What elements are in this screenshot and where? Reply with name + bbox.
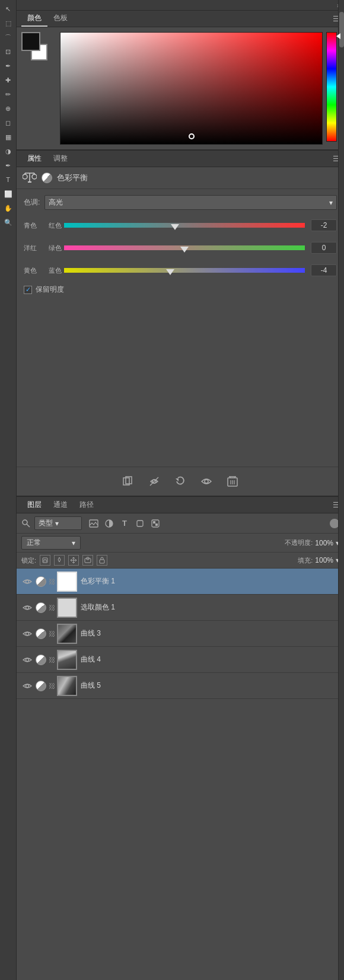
svg-point-37 [26,632,29,635]
layer-chain-4: ⛓ [47,682,56,690]
eye-button[interactable] [198,473,215,490]
toggle-visibility-button[interactable] [146,473,163,490]
layer-chain-0: ⛓ [47,577,56,586]
reset-icon [174,475,186,487]
yellow-blue-thumb[interactable] [166,269,174,275]
cyan-red-track-container[interactable] [64,217,305,234]
tab-color[interactable]: 颜色 [21,11,47,27]
yellow-blue-value[interactable] [311,264,337,276]
lock-paint-button[interactable] [54,555,65,566]
filter-pixel-icon[interactable] [88,518,100,529]
tone-dropdown-arrow: ▾ [329,199,333,207]
layer-item[interactable]: ⛓ 选取颜色 1 [17,595,344,621]
blend-mode-select[interactable]: 正常 ▾ [21,536,81,550]
layer-eye-1[interactable] [21,602,33,614]
magenta-green-thumb[interactable] [180,247,189,253]
tab-properties[interactable]: 属性 [21,151,47,166]
svg-rect-26 [153,521,155,523]
svg-point-38 [26,658,29,661]
tool-type[interactable]: T [2,173,15,186]
opacity-row: 不透明度: 100% ▾ [285,538,339,547]
tab-swatches[interactable]: 色板 [47,11,74,27]
clip-button[interactable] [120,473,136,490]
tool-brush[interactable]: ✏ [2,88,15,101]
layer-thumb-inner-4 [58,677,76,695]
tool-pen[interactable]: ✒ [2,159,15,172]
filter-icons: T [88,518,161,529]
layer-name-1: 选取颜色 1 [81,602,115,612]
cyan-red-thumb[interactable] [171,224,179,230]
cyan-red-value[interactable] [311,219,337,231]
lock-pixels-button[interactable] [40,555,50,566]
tool-eraser[interactable]: ◻ [2,116,15,129]
tab-channels[interactable]: 通道 [47,497,74,512]
tool-select[interactable]: ⬚ [2,17,15,30]
filter-shape-icon[interactable] [134,518,146,529]
layer-thumb-inner-1 [58,599,76,617]
preserve-luminosity-checkbox[interactable]: ✓ [24,286,32,294]
tool-move[interactable]: ↖ [2,2,15,15]
preserve-luminosity-label: 保留明度 [36,285,64,295]
scroll-thumb[interactable] [339,12,344,47]
layer-thumb-0 [57,572,77,592]
layer-chain-3: ⛓ [47,656,56,664]
filter-type-icon[interactable]: T [119,518,130,529]
tool-crop[interactable]: ⊡ [2,45,15,58]
lock-artboard-button[interactable] [82,555,93,566]
delete-button[interactable] [224,473,241,490]
layer-item[interactable]: ⛓ 曲线 5 [17,673,344,699]
foreground-swatch[interactable] [21,32,40,51]
filter-smart-icon[interactable] [149,518,161,529]
cyan-red-track [64,223,305,228]
half-circle-icon [42,173,52,183]
preserve-luminosity-row: ✓ 保留明度 [24,285,337,295]
tone-select[interactable]: 高光 ▾ [44,195,337,210]
green-label: 绿色 [43,244,62,253]
gradient-inner [60,33,322,144]
tool-heal[interactable]: ✚ [2,74,15,87]
color-gradient-box[interactable] [60,32,323,145]
tool-eyedropper[interactable]: ✒ [2,59,15,72]
color-panel-tabs: 颜色 色板 ☰ [17,11,344,27]
opacity-value[interactable]: 100% [315,539,333,547]
tool-stamp[interactable]: ⊕ [2,102,15,115]
svg-point-20 [23,520,27,525]
layer-name-0: 色彩平衡 1 [81,576,115,586]
lock-all-button[interactable] [97,555,107,566]
tab-adjustments[interactable]: 调整 [47,151,74,166]
gradient-cursor[interactable] [189,133,195,139]
tool-hand[interactable]: ✋ [2,202,15,215]
tab-paths[interactable]: 路径 [74,497,100,512]
fill-value[interactable]: 100% [315,556,333,564]
blend-mode-arrow: ▾ [72,539,75,547]
filter-adjust-icon[interactable] [103,518,115,529]
tab-layers[interactable]: 图层 [21,497,47,512]
layer-eye-3[interactable] [21,654,33,666]
reset-button[interactable] [172,473,189,490]
fill-label: 填充: [298,556,313,565]
layer-mask-0 [36,576,46,587]
hue-slider[interactable] [326,32,337,142]
layer-item[interactable]: ⛓ 曲线 4 [17,647,344,673]
yellow-label: 黄色 [24,266,43,275]
layer-eye-0[interactable] [21,576,33,588]
magenta-green-value[interactable] [311,242,337,254]
layer-eye-2[interactable] [21,628,33,640]
props-panel-tabs: 属性 调整 ☰ [17,151,344,167]
tool-shape[interactable]: ⬜ [2,187,15,200]
layer-item[interactable]: ⛓ 曲线 3 [17,621,344,647]
layer-eye-4[interactable] [21,680,33,692]
tool-gradient[interactable]: ▦ [2,130,15,143]
yellow-blue-track-container[interactable] [64,262,305,279]
balance-icon-group [23,172,37,184]
tool-zoom[interactable]: 🔍 [2,216,15,229]
lock-move-button[interactable] [68,555,79,566]
layer-type-filter[interactable]: 类型 ▾ [34,516,82,530]
tool-lasso[interactable]: ⌒ [2,31,15,44]
trash-icon [227,475,238,487]
layer-item[interactable]: ⛓ 色彩平衡 1 [17,569,344,595]
filter-label: 类型 [39,518,53,528]
magenta-green-track-container[interactable] [64,240,305,256]
tool-dodge[interactable]: ◑ [2,145,15,158]
layer-name-3: 曲线 4 [81,655,101,665]
